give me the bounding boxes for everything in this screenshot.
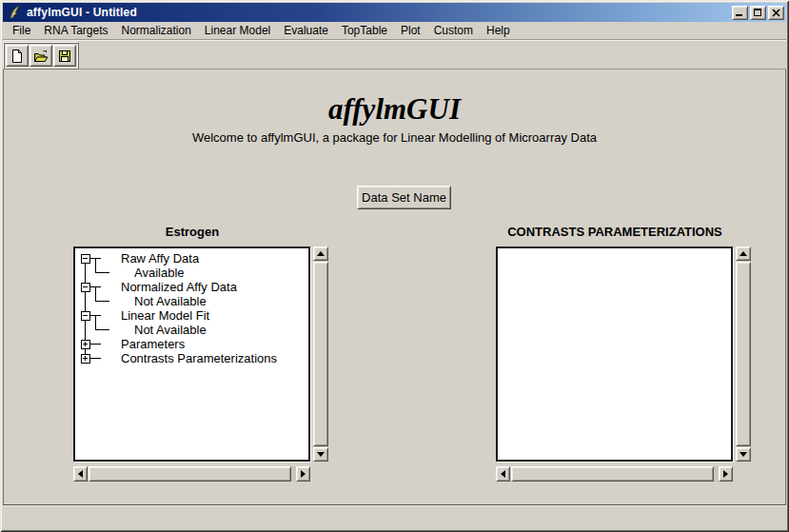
right-panel-title: CONTRASTS PARAMETERIZATIONS [493, 225, 737, 239]
data-set-name-button[interactable]: Data Set Name [357, 186, 451, 209]
page-title: affylmGUI [4, 92, 785, 127]
tree-node-raw-affy-data[interactable]: Raw Affy Data [75, 251, 308, 266]
new-file-icon [10, 49, 25, 64]
scroll-up-button[interactable] [736, 246, 751, 261]
contrasts-listbox[interactable] [496, 246, 733, 462]
arrow-left-icon [78, 470, 83, 478]
contrasts-horizontal-scrollbar[interactable] [496, 466, 733, 482]
menu-rna-targets[interactable]: RNA Targets [37, 22, 114, 39]
close-button[interactable] [768, 6, 784, 20]
new-file-button[interactable] [6, 45, 29, 67]
arrow-down-icon [317, 452, 325, 457]
app-window: affylmGUI - Untitled File RNA Targets No… [0, 0, 789, 532]
contrasts-vertical-scrollbar[interactable] [736, 246, 751, 462]
scroll-right-button[interactable] [719, 466, 733, 482]
scroll-down-button[interactable] [313, 447, 328, 462]
minimize-icon [736, 14, 742, 16]
save-floppy-icon [57, 49, 72, 64]
arrow-up-icon [740, 251, 747, 256]
menu-normalization[interactable]: Normalization [115, 22, 198, 39]
close-icon [769, 7, 783, 19]
window-title: affylmGUI - Untitled [27, 6, 730, 19]
tree-node-linear-model-fit[interactable]: Linear Model Fit [75, 308, 308, 323]
menu-custom[interactable]: Custom [427, 22, 480, 39]
arrow-up-icon [317, 251, 325, 256]
tree-node-normalized-affy-data[interactable]: Normalized Affy Data [75, 280, 308, 294]
arrow-down-icon [740, 452, 747, 457]
tree-labels: Raw Affy Data Available Normalized Affy … [75, 251, 308, 365]
minimize-button[interactable] [732, 6, 748, 20]
tree-node-parameters[interactable]: Parameters [75, 337, 308, 351]
scroll-left-button[interactable] [496, 466, 510, 482]
arrow-right-icon [301, 470, 306, 478]
titlebar[interactable]: affylmGUI - Untitled [3, 3, 786, 22]
toolbar [3, 39, 786, 69]
status-tree[interactable]: Raw Affy Data Available Normalized Affy … [73, 246, 310, 462]
tree-node-linear-model-fit-status[interactable]: Not Available [75, 323, 308, 337]
menu-linear-model[interactable]: Linear Model [198, 22, 277, 39]
scroll-left-button[interactable] [73, 466, 88, 482]
scrollbar-thumb[interactable] [511, 466, 714, 482]
tree-node-normalized-affy-data-status[interactable]: Not Available [75, 294, 308, 308]
open-file-button[interactable] [30, 45, 52, 67]
menu-help[interactable]: Help [480, 22, 517, 39]
scroll-up-button[interactable] [313, 246, 328, 261]
scrollbar-thumb[interactable] [736, 262, 751, 446]
tree-node-raw-affy-data-status[interactable]: Available [75, 266, 308, 280]
main-content: affylmGUI Welcome to affylmGUI, a packag… [3, 69, 786, 505]
arrow-right-icon [723, 470, 728, 478]
left-panel-title: Estrogen [70, 225, 314, 239]
tree-inner: Raw Affy Data Available Normalized Affy … [75, 248, 308, 460]
maximize-icon [754, 9, 761, 16]
menu-evaluate[interactable]: Evaluate [277, 22, 335, 39]
tk-feather-icon [7, 5, 22, 20]
toolbar-button-group [3, 42, 79, 69]
scroll-right-button[interactable] [296, 466, 310, 482]
scrollbar-thumb[interactable] [313, 262, 328, 446]
menu-plot[interactable]: Plot [394, 22, 427, 39]
maximize-button[interactable] [750, 6, 766, 20]
open-folder-icon [33, 49, 49, 64]
arrow-left-icon [501, 470, 505, 478]
tree-vertical-scrollbar[interactable] [313, 246, 328, 462]
welcome-text: Welcome to affylmGUI, a package for Line… [4, 130, 785, 145]
scrollbar-thumb[interactable] [89, 466, 291, 482]
menu-toptable[interactable]: TopTable [335, 22, 394, 39]
save-file-button[interactable] [53, 45, 76, 67]
menubar: File RNA Targets Normalization Linear Mo… [3, 22, 786, 39]
tree-node-contrasts-parameterizations[interactable]: Contrasts Parameterizations [75, 351, 308, 365]
tree-horizontal-scrollbar[interactable] [73, 466, 310, 482]
window-bottom-frame [3, 505, 786, 529]
menu-file[interactable]: File [6, 22, 37, 39]
scroll-down-button[interactable] [736, 447, 751, 462]
